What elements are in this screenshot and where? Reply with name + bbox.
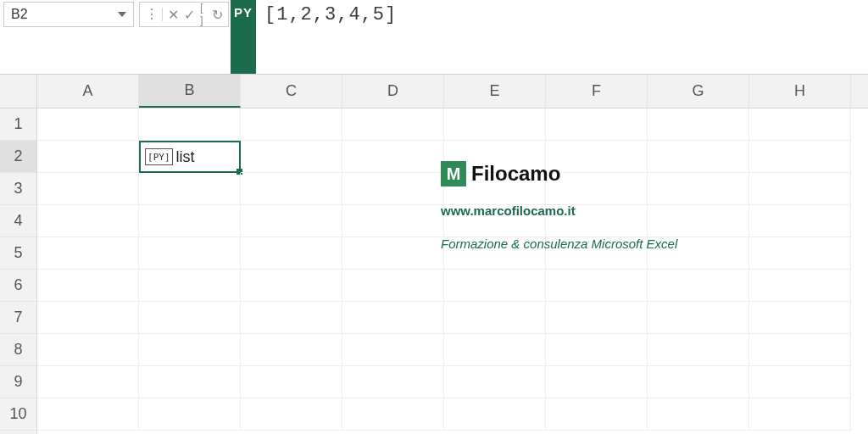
cell[interactable] (342, 398, 444, 431)
cell[interactable] (342, 108, 444, 141)
row-header[interactable]: 8 (0, 334, 36, 366)
confirm-icon[interactable]: ✓ (184, 7, 195, 23)
col-header[interactable]: H (749, 75, 851, 108)
col-header[interactable]: G (648, 75, 749, 108)
col-header[interactable]: B (139, 75, 241, 108)
col-header[interactable]: F (546, 75, 648, 108)
cell[interactable] (648, 270, 749, 302)
cell[interactable] (749, 237, 851, 270)
cell[interactable] (444, 141, 546, 173)
col-header[interactable]: D (342, 75, 444, 108)
cell[interactable] (241, 108, 342, 141)
cell[interactable] (139, 173, 241, 205)
cell[interactable] (241, 366, 342, 398)
cell[interactable] (546, 141, 648, 173)
cell[interactable] (37, 270, 139, 302)
cell[interactable] (342, 173, 444, 205)
col-header[interactable]: E (444, 75, 546, 108)
cell[interactable] (139, 398, 241, 431)
cell[interactable] (749, 205, 851, 237)
cell[interactable] (139, 334, 241, 366)
cell[interactable] (139, 302, 241, 334)
cell[interactable] (546, 302, 648, 334)
cell[interactable] (648, 302, 749, 334)
cell[interactable] (546, 366, 648, 398)
cell[interactable] (139, 108, 241, 141)
cell[interactable] (241, 398, 342, 431)
cell[interactable] (546, 173, 648, 205)
cell[interactable] (546, 237, 648, 270)
cell[interactable] (37, 334, 139, 366)
cell[interactable] (37, 366, 139, 398)
cell[interactable] (342, 237, 444, 270)
cell[interactable] (444, 366, 546, 398)
cell[interactable] (648, 398, 749, 431)
cell[interactable] (648, 205, 749, 237)
cell[interactable] (342, 302, 444, 334)
cell[interactable] (37, 108, 139, 141)
output-mode-icon[interactable]: [ ] (200, 1, 207, 26)
cell[interactable] (749, 334, 851, 366)
cell[interactable] (241, 237, 342, 270)
cell[interactable] (648, 173, 749, 205)
cell[interactable] (749, 270, 851, 302)
cell[interactable] (37, 237, 139, 270)
cell[interactable] (342, 205, 444, 237)
col-header[interactable]: A (37, 75, 139, 108)
cell[interactable] (648, 141, 749, 173)
cell[interactable] (749, 398, 851, 431)
cell[interactable] (749, 302, 851, 334)
cell[interactable] (444, 237, 546, 270)
cancel-icon[interactable]: ✕ (168, 7, 179, 23)
cell[interactable] (444, 173, 546, 205)
cell[interactable] (342, 141, 444, 173)
row-header[interactable]: 4 (0, 205, 36, 237)
cell[interactable] (37, 173, 139, 205)
cell[interactable] (241, 270, 342, 302)
cell[interactable] (241, 205, 342, 237)
cell[interactable] (648, 334, 749, 366)
cell[interactable] (139, 366, 241, 398)
cell[interactable] (444, 398, 546, 431)
cell[interactable] (546, 270, 648, 302)
cell[interactable] (37, 205, 139, 237)
cell[interactable] (749, 141, 851, 173)
cell[interactable] (241, 173, 342, 205)
name-box[interactable]: B2 (3, 2, 134, 27)
row-header[interactable]: 5 (0, 237, 36, 270)
cell[interactable] (37, 398, 139, 431)
cell[interactable] (37, 302, 139, 334)
cell[interactable] (749, 108, 851, 141)
cell[interactable] (444, 205, 546, 237)
cell[interactable] (648, 108, 749, 141)
cell[interactable] (342, 334, 444, 366)
refresh-icon[interactable]: ↻ (212, 7, 223, 23)
cell[interactable] (749, 366, 851, 398)
cell[interactable] (241, 302, 342, 334)
row-header[interactable]: 3 (0, 173, 36, 205)
row-header[interactable]: 2 (0, 141, 36, 173)
formula-input[interactable]: [1,2,3,4,5] (256, 0, 868, 74)
cell[interactable] (444, 108, 546, 141)
row-header[interactable]: 9 (0, 366, 36, 398)
row-header[interactable]: 1 (0, 108, 36, 141)
cell[interactable] (444, 334, 546, 366)
cell[interactable] (546, 398, 648, 431)
cell[interactable] (749, 173, 851, 205)
cell[interactable] (444, 302, 546, 334)
cell[interactable] (546, 205, 648, 237)
kebab-menu-icon[interactable]: ⋮ (145, 8, 163, 21)
col-header[interactable]: C (241, 75, 342, 108)
cell[interactable] (342, 366, 444, 398)
cell[interactable] (37, 141, 139, 173)
cell[interactable] (139, 205, 241, 237)
cell[interactable] (546, 334, 648, 366)
cell[interactable] (241, 334, 342, 366)
cell-b2-selected[interactable]: [PY] list (139, 141, 241, 173)
cell[interactable] (444, 270, 546, 302)
cell[interactable] (546, 108, 648, 141)
row-header[interactable]: 7 (0, 302, 36, 334)
cell[interactable] (648, 366, 749, 398)
row-header[interactable]: 10 (0, 398, 36, 431)
cell[interactable] (241, 141, 342, 173)
